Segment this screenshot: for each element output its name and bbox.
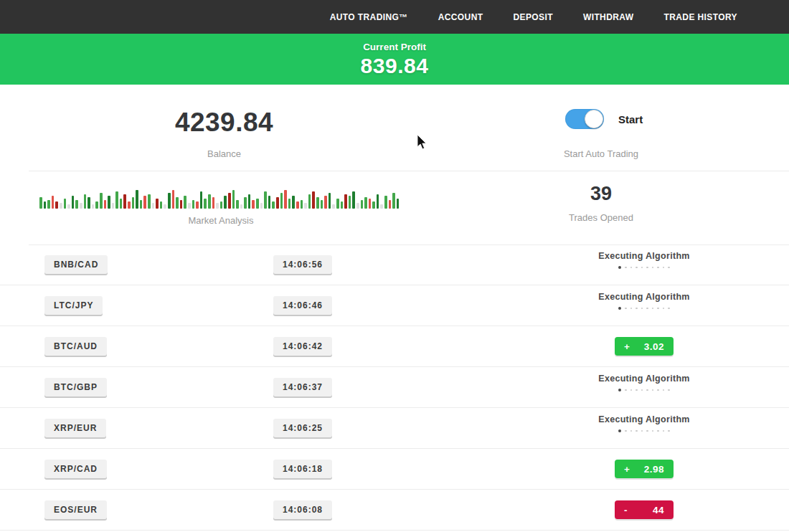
- chart-bar: [268, 196, 271, 209]
- loader-dot: [636, 267, 638, 269]
- chart-bar: [123, 194, 126, 209]
- loader-dot: [630, 267, 633, 269]
- chart-bar: [301, 200, 303, 209]
- loss-badge: -44: [615, 500, 674, 519]
- chart-bar: [108, 196, 110, 209]
- nav-item-trade-history[interactable]: TRADE HISTORY: [663, 12, 737, 22]
- chart-bar: [148, 194, 151, 209]
- chart-bar: [67, 204, 70, 209]
- chart-bar: [329, 193, 331, 209]
- chart-bar: [272, 201, 275, 209]
- loader-dot: [636, 389, 638, 391]
- auto-trading-toggle[interactable]: [565, 109, 604, 129]
- chart-bar: [276, 197, 279, 209]
- currency-pair-chip: LTC/JPY: [44, 296, 103, 315]
- trades-opened-label: Trades Opened: [502, 212, 700, 223]
- trade-status: +2.98: [545, 449, 743, 489]
- loader-dot: [646, 308, 648, 310]
- loader-dot: [646, 267, 648, 269]
- loader-dot: [641, 430, 643, 432]
- loader-dot: [668, 267, 670, 269]
- loader-dot: [625, 389, 627, 391]
- chart-bar: [184, 196, 186, 209]
- loader-dot: [646, 430, 648, 432]
- trade-time-chip: 14:06:37: [273, 378, 332, 396]
- auto-trading-toggle-block: Start: [565, 109, 643, 129]
- loader-dot: [630, 430, 633, 432]
- chart-bar: [380, 204, 383, 209]
- loader-dot: [618, 429, 621, 432]
- chart-bar: [208, 194, 211, 209]
- mouse-cursor: [417, 135, 427, 150]
- chart-bar: [364, 197, 367, 209]
- chart-bar: [92, 204, 95, 209]
- current-profit-label: Current Profit: [0, 42, 789, 52]
- chart-bar: [192, 200, 195, 209]
- chart-bar: [324, 196, 327, 209]
- chart-bar: [132, 197, 135, 209]
- trade-row: BTC/AUD 14:06:42 +3.02: [0, 326, 789, 367]
- trade-status: Executing Algorithm: [545, 285, 743, 326]
- chart-bar: [172, 190, 175, 209]
- chart-bar: [140, 200, 143, 209]
- chart-bar: [75, 200, 78, 209]
- chart-bar: [352, 191, 355, 209]
- chart-bar: [264, 191, 267, 209]
- executing-algorithm-label: Executing Algorithm: [545, 251, 743, 261]
- chart-bar: [312, 191, 315, 209]
- chart-bar: [212, 197, 215, 209]
- chart-bar: [84, 194, 87, 209]
- nav-item-deposit[interactable]: DEPOSIT: [513, 12, 552, 22]
- result-sign: -: [624, 505, 628, 516]
- loader-dot: [625, 267, 627, 269]
- chart-bar: [160, 201, 163, 209]
- nav-item-withdraw[interactable]: WITHDRAW: [583, 12, 634, 22]
- chart-bar: [321, 200, 323, 209]
- executing-algorithm-label: Executing Algorithm: [545, 414, 743, 424]
- loader-dot: [636, 308, 638, 310]
- trade-row: EOS/EUR 14:06:08 -44: [0, 490, 789, 531]
- loader-dot: [652, 308, 654, 310]
- nav-item-account[interactable]: ACCOUNT: [438, 12, 483, 22]
- result-value: 3.02: [644, 341, 664, 352]
- trade-time-chip: 14:06:25: [273, 419, 332, 437]
- chart-bar: [377, 194, 379, 209]
- chart-bar: [100, 193, 103, 209]
- chart-bar: [292, 196, 295, 209]
- loader-dot: [663, 389, 665, 391]
- trade-time-chip: 14:06:18: [273, 460, 332, 478]
- chart-bar: [128, 201, 131, 209]
- loader-dot: [657, 389, 659, 391]
- current-profit-value: 839.84: [0, 54, 789, 78]
- chart-bar: [136, 190, 138, 209]
- chart-bar: [88, 197, 90, 209]
- nav-item-auto-trading[interactable]: AUTO TRADING™: [330, 12, 408, 22]
- chart-bar: [232, 190, 235, 209]
- toggle-label: Start: [618, 113, 643, 125]
- loader-dot: [663, 308, 665, 310]
- loader-dot: [636, 430, 638, 432]
- chart-bar: [204, 199, 207, 209]
- currency-pair-chip: BTC/GBP: [44, 378, 107, 396]
- trade-list: BNB/CAD 14:06:56 Executing Algorithm LTC…: [0, 244, 789, 531]
- chart-bar: [280, 193, 283, 209]
- chart-bar: [296, 201, 299, 209]
- chart-bar: [168, 193, 171, 209]
- balance-label: Balance: [129, 148, 319, 159]
- trade-row: XRP/CAD 14:06:18 +2.98: [0, 449, 789, 490]
- chart-bar: [115, 191, 118, 209]
- result-value: 2.98: [644, 464, 664, 475]
- result-sign: +: [624, 464, 630, 475]
- loader-dot: [625, 430, 627, 432]
- chart-bar: [224, 196, 227, 209]
- loader-dot: [663, 430, 665, 432]
- trade-status: -44: [545, 490, 743, 530]
- chart-bar: [336, 199, 339, 209]
- chart-bar: [228, 193, 231, 209]
- chart-bar: [52, 196, 55, 209]
- chart-bar: [47, 200, 50, 209]
- loader-dot: [652, 389, 654, 391]
- currency-pair-chip: XRP/EUR: [44, 419, 106, 437]
- chart-bar: [252, 200, 255, 209]
- loader-dot: [630, 389, 633, 391]
